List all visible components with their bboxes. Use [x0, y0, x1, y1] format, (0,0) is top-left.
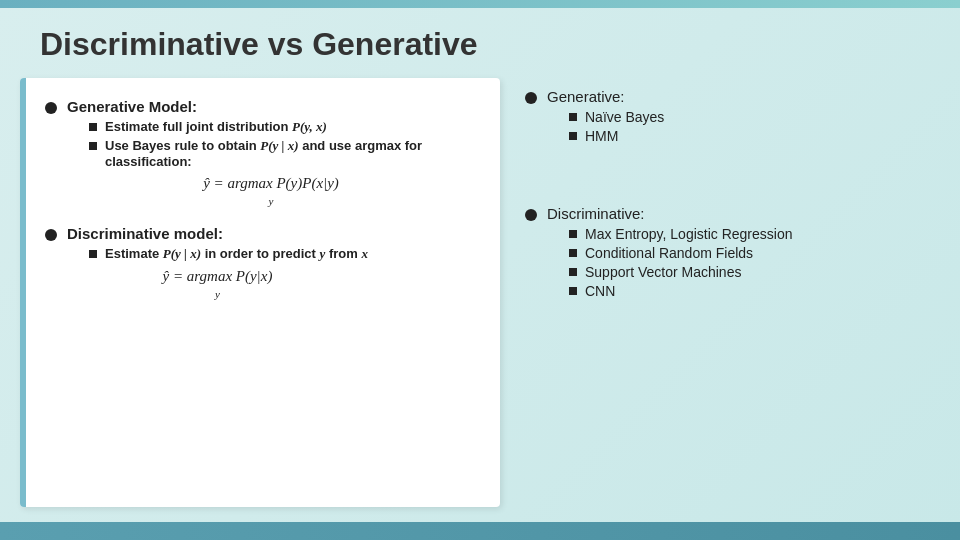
- top-bar: [0, 0, 960, 8]
- right-generative-header: Generative:: [547, 88, 625, 105]
- formula2: ŷ = argmax P(y|x) y: [67, 268, 368, 302]
- cnn-label: CNN: [585, 283, 615, 299]
- slide: Discriminative vs Generative Generative …: [0, 0, 960, 540]
- discriminative-sub1-label: Estimate P(y | x) in order to predict y …: [105, 246, 368, 262]
- bullet-circle-generative: [45, 102, 57, 114]
- formula2-text: ŷ = argmax P(y|x): [163, 268, 273, 284]
- right-discriminative-header: Discriminative:: [547, 205, 645, 222]
- formula1-text: ŷ = argmax P(y)P(x|y): [203, 175, 339, 191]
- discriminative-sub1-item: Estimate P(y | x) in order to predict y …: [89, 246, 368, 262]
- generative-sub1-item: Estimate full joint distribution P(y, x): [89, 119, 475, 135]
- crf-item: Conditional Random Fields: [569, 245, 793, 261]
- right-sub-square-6: [569, 287, 577, 295]
- right-discriminative-item: Discriminative: Max Entropy, Logistic Re…: [525, 205, 935, 302]
- right-panel: Generative: Naïve Bayes HMM: [510, 78, 950, 507]
- right-sub-square-1: [569, 113, 577, 121]
- naive-bayes-label: Naïve Bayes: [585, 109, 664, 125]
- crf-label: Conditional Random Fields: [585, 245, 753, 261]
- sub-square-1: [89, 123, 97, 131]
- formula1: ŷ = argmax P(y)P(x|y) y: [67, 175, 475, 209]
- left-panel: Generative Model: Estimate full joint di…: [20, 78, 500, 507]
- bullet-circle-right-generative: [525, 92, 537, 104]
- title-area: Discriminative vs Generative: [0, 8, 960, 73]
- discriminative-model-item: Discriminative model: Estimate P(y | x) …: [45, 225, 475, 308]
- naive-bayes-item: Naïve Bayes: [569, 109, 664, 125]
- right-sub-square-4: [569, 249, 577, 257]
- right-generative-item: Generative: Naïve Bayes HMM: [525, 88, 935, 147]
- svm-item: Support Vector Machines: [569, 264, 793, 280]
- formula1-sub: y: [269, 195, 274, 207]
- max-entropy-label: Max Entropy, Logistic Regression: [585, 226, 793, 242]
- bullet-circle-discriminative: [45, 229, 57, 241]
- slide-title: Discriminative vs Generative: [40, 26, 920, 63]
- formula2-sub: y: [215, 288, 220, 300]
- right-generative-section: Generative: Naïve Bayes HMM: [525, 88, 935, 155]
- generative-model-header: Generative Model:: [67, 98, 197, 115]
- right-sub-square-5: [569, 268, 577, 276]
- generative-sub1-label: Estimate full joint distribution P(y, x): [105, 119, 327, 135]
- right-discriminative-section: Discriminative: Max Entropy, Logistic Re…: [525, 205, 935, 310]
- content-area: Generative Model: Estimate full joint di…: [0, 73, 960, 522]
- generative-sub2-label: Use Bayes rule to obtain P(y | x) and us…: [105, 138, 475, 169]
- max-entropy-item: Max Entropy, Logistic Regression: [569, 226, 793, 242]
- generative-sub2-item: Use Bayes rule to obtain P(y | x) and us…: [89, 138, 475, 169]
- discriminative-model-header: Discriminative model:: [67, 225, 223, 242]
- sub-square-3: [89, 250, 97, 258]
- generative-model-item: Generative Model: Estimate full joint di…: [45, 98, 475, 215]
- cnn-item: CNN: [569, 283, 793, 299]
- sub-square-2: [89, 142, 97, 150]
- bottom-bar: [0, 522, 960, 540]
- bullet-circle-right-discriminative: [525, 209, 537, 221]
- svm-label: Support Vector Machines: [585, 264, 741, 280]
- right-sub-square-2: [569, 132, 577, 140]
- right-sub-square-3: [569, 230, 577, 238]
- hmm-item: HMM: [569, 128, 664, 144]
- hmm-label: HMM: [585, 128, 618, 144]
